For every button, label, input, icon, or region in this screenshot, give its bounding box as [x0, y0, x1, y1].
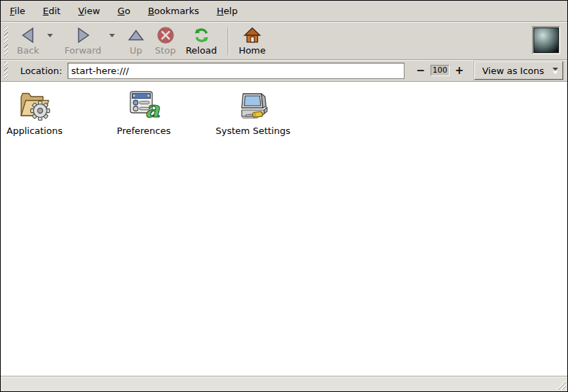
applications-label: Applications: [6, 125, 62, 136]
toolbar-grip-handle[interactable]: [4, 26, 8, 56]
up-label: Up: [130, 45, 142, 56]
status-bar: [1, 376, 567, 391]
zoom-out-button[interactable]: −: [414, 64, 428, 77]
menu-bookmarks[interactable]: Bookmarks: [146, 4, 202, 18]
throbber-frame: [532, 26, 560, 54]
stop-label: Stop: [155, 45, 176, 56]
back-label: Back: [17, 45, 39, 56]
zoom-in-button[interactable]: +: [453, 64, 467, 77]
location-bar-grip-handle[interactable]: [4, 61, 8, 80]
toolbar: Back Forward Up S: [1, 22, 567, 60]
forward-label: Forward: [65, 45, 101, 56]
menu-help[interactable]: Help: [215, 4, 240, 18]
menu-file[interactable]: File: [8, 4, 27, 18]
home-button[interactable]: Home: [234, 25, 271, 57]
system-settings-item[interactable]: System Settings: [219, 88, 287, 136]
view-mode-label: View as Icons: [482, 66, 544, 76]
back-arrow-icon: [19, 26, 37, 44]
applications-item[interactable]: Applications: [1, 88, 68, 136]
stop-button[interactable]: Stop: [150, 25, 181, 57]
preferences-label: Preferences: [117, 125, 171, 136]
resize-grip[interactable]: [555, 379, 566, 390]
home-label: Home: [239, 45, 266, 56]
svg-text:a: a: [145, 96, 161, 122]
menu-edit[interactable]: Edit: [41, 4, 63, 18]
back-history-dropdown[interactable]: [44, 25, 56, 46]
forward-button[interactable]: Forward: [60, 25, 106, 57]
chevron-down-icon: [47, 34, 53, 37]
zoom-level-indicator: 100: [431, 65, 450, 76]
reload-icon: [192, 26, 211, 44]
system-settings-monitor-screwdriver-icon: [236, 88, 270, 122]
file-manager-window: File Edit View Go Bookmarks Help Back Fo…: [0, 0, 568, 392]
stop-icon: [156, 26, 175, 44]
reload-label: Reload: [185, 45, 216, 56]
reload-button[interactable]: Reload: [180, 25, 221, 57]
dropdown-arrow-icon: [551, 68, 560, 74]
forward-history-dropdown[interactable]: [106, 25, 118, 46]
chevron-down-icon: [109, 34, 115, 37]
preferences-item[interactable]: a Preferences: [110, 88, 178, 136]
view-mode-dropdown[interactable]: View as Icons: [474, 61, 563, 80]
toolbar-separator: [228, 27, 228, 55]
menu-view[interactable]: View: [76, 4, 102, 18]
forward-arrow-icon: [74, 26, 92, 44]
home-icon: [243, 26, 261, 44]
back-button[interactable]: Back: [12, 25, 44, 57]
icon-view-pane[interactable]: Applications a Preferences: [1, 82, 567, 376]
menu-go[interactable]: Go: [116, 4, 132, 18]
preferences-capplet-icon: a: [127, 88, 161, 122]
location-label: Location:: [20, 66, 62, 76]
location-bar: Location: − 100 + View as Icons: [1, 60, 567, 82]
throbber-globe-icon: [533, 27, 559, 53]
location-input[interactable]: [68, 63, 404, 79]
menu-bar: File Edit View Go Bookmarks Help: [1, 1, 567, 22]
up-arrow-icon: [127, 26, 145, 44]
system-settings-label: System Settings: [216, 125, 290, 136]
up-button[interactable]: Up: [122, 25, 150, 57]
applications-folder-gear-icon: [18, 88, 51, 122]
